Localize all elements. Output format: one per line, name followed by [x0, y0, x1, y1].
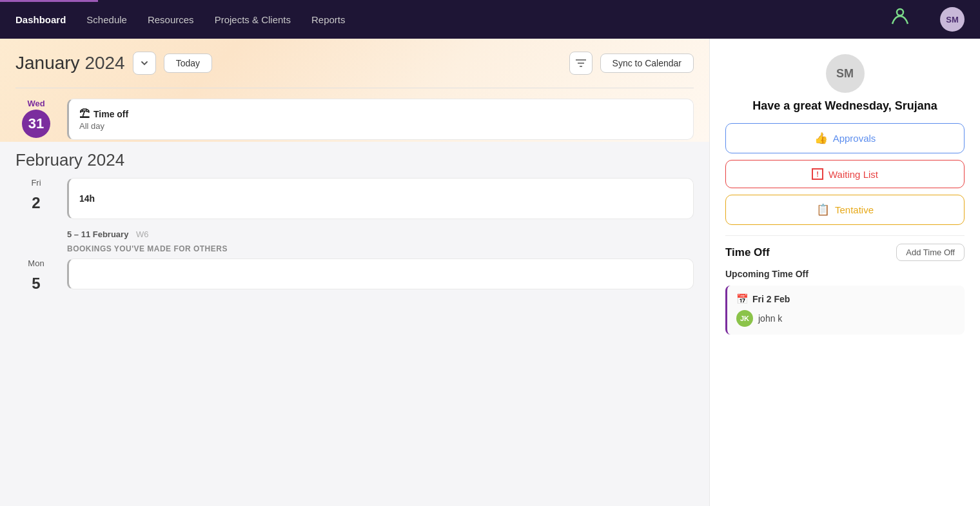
- calendar-icon: 📅: [736, 293, 749, 305]
- time-off-user: JK john k: [736, 310, 956, 327]
- left-content: January 2024 Today Sync to Calendar: [0, 39, 709, 506]
- day-name-mon: Mon: [15, 258, 57, 268]
- day-label-mon-5: Mon 5: [15, 258, 57, 299]
- upcoming-title: Upcoming Time Off: [725, 269, 965, 279]
- user-section: SM Have a great Wednesday, Srujana: [725, 54, 965, 113]
- day-row-mon-5: Mon 5: [15, 258, 694, 299]
- week-label: 5 – 11 February W6: [15, 229, 694, 239]
- day-name-wed: Wed: [15, 99, 57, 108]
- right-avatar: SM: [826, 54, 865, 93]
- section-separator-jan: [15, 88, 694, 88]
- left-panel: January 2024 Today Sync to Calendar: [0, 39, 709, 506]
- event-card-time-off[interactable]: ⛱ Time off All day: [67, 99, 694, 140]
- right-panel: SM Have a great Wednesday, Srujana 👍 App…: [709, 39, 980, 506]
- day-num-31: 31: [22, 110, 50, 138]
- umbrella-icon: ⛱: [79, 108, 90, 120]
- week-range: 5 – 11 February: [67, 229, 128, 239]
- time-off-section-row: Time Off Add Time Off: [725, 244, 965, 261]
- navbar: Dashboard Schedule Resources Projects & …: [0, 0, 980, 39]
- bookings-label: BOOKINGS YOU'VE MADE FOR OTHERS: [15, 244, 694, 253]
- month-dropdown-btn[interactable]: [133, 52, 156, 75]
- question-calendar-icon: 📋: [816, 203, 830, 217]
- sync-to-calendar-button[interactable]: Sync to Calendar: [600, 54, 694, 73]
- progress-bar: [0, 0, 98, 2]
- filter-button[interactable]: [569, 52, 593, 75]
- divider-1: [725, 235, 965, 236]
- warning-circle-icon: !: [812, 168, 823, 180]
- tentative-label: Tentative: [835, 204, 874, 215]
- app-logo-icon: [888, 6, 912, 34]
- approvals-button[interactable]: 👍 Approvals: [725, 123, 965, 153]
- event-title-14h: 14h: [79, 193, 683, 204]
- event-card-feb-2[interactable]: 14h: [67, 178, 694, 219]
- time-off-section-title: Time Off: [725, 246, 770, 259]
- week-num: W6: [136, 229, 149, 239]
- nav-projects[interactable]: Projects & Clients: [215, 12, 291, 28]
- day-row-jan-31: Wed 31 ⛱ Time off All day: [15, 99, 694, 140]
- tentative-button[interactable]: 📋 Tentative: [725, 195, 965, 225]
- event-title-time-off: ⛱ Time off: [79, 108, 683, 120]
- today-button[interactable]: Today: [164, 54, 212, 73]
- month-title-jan: January 2024: [15, 53, 125, 73]
- user-name: john k: [758, 313, 782, 324]
- add-time-off-button[interactable]: Add Time Off: [896, 244, 965, 261]
- nav-avatar[interactable]: SM: [940, 7, 965, 32]
- waiting-list-button[interactable]: ! Waiting List: [725, 160, 965, 188]
- nav-dashboard[interactable]: Dashboard: [15, 12, 66, 28]
- day-label-wed-31: Wed 31: [15, 99, 57, 139]
- day-num-2: 2: [22, 189, 50, 217]
- time-off-card[interactable]: 📅 Fri 2 Feb JK john k: [725, 286, 965, 335]
- nav-schedule[interactable]: Schedule: [86, 12, 127, 28]
- day-label-fri-2: Fri 2: [15, 178, 57, 219]
- nav-reports[interactable]: Reports: [311, 12, 346, 28]
- waiting-label: Waiting List: [828, 169, 878, 180]
- action-buttons: 👍 Approvals ! Waiting List 📋 Tentative: [725, 123, 965, 225]
- approvals-label: Approvals: [833, 133, 876, 144]
- day-num-5: 5: [22, 269, 50, 298]
- day-row-feb-2: Fri 2 14h: [15, 178, 694, 219]
- event-card-mon-5[interactable]: [67, 258, 694, 289]
- main-layout: January 2024 Today Sync to Calendar: [0, 39, 980, 506]
- event-sub-all-day: All day: [79, 121, 683, 131]
- time-off-date: 📅 Fri 2 Feb: [736, 293, 956, 305]
- thumbsup-icon: 👍: [814, 131, 828, 145]
- user-badge-jk: JK: [736, 310, 753, 327]
- nav-resources[interactable]: Resources: [148, 12, 194, 28]
- day-name-fri: Fri: [15, 178, 57, 188]
- greeting-text: Have a great Wednesday, Srujana: [752, 99, 937, 113]
- svg-point-0: [897, 9, 903, 15]
- month-title-feb: February 2024: [15, 150, 694, 170]
- calendar-header: January 2024 Today Sync to Calendar: [15, 52, 694, 75]
